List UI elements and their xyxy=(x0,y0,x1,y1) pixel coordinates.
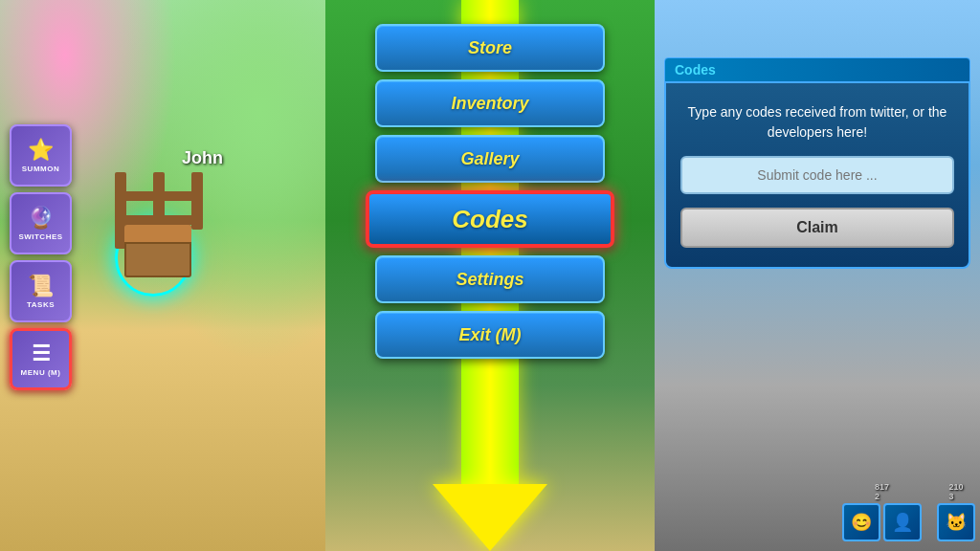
menu-label: MENU (M) xyxy=(21,368,61,377)
store-menu-item[interactable]: Store xyxy=(375,24,605,72)
fence-decoration xyxy=(115,172,249,297)
inv-count-2: 210 3 xyxy=(948,482,963,501)
inventory-section-2: 210 3 🐱 xyxy=(937,482,975,541)
player-name: John xyxy=(182,148,223,168)
inv-slot[interactable]: 😊 xyxy=(842,503,880,541)
summon-icon: ⭐ xyxy=(28,138,54,163)
settings-menu-item[interactable]: Settings xyxy=(375,255,605,303)
inventory-section-1: 817 2 😊 👤 xyxy=(842,482,922,541)
inv-slots-2: 🐱 xyxy=(937,503,975,541)
left-ui-panel: ⭐ SUMMON 🔮 SWITCHES 📜 TASKS ☰ MENU (M) xyxy=(10,124,72,390)
claim-button[interactable]: Claim xyxy=(680,208,954,248)
gallery-menu-item[interactable]: Gallery xyxy=(375,135,605,183)
codes-menu-item[interactable]: Codes xyxy=(366,190,614,248)
menu-buttons-container: Store Inventory Gallery Codes Settings E… xyxy=(325,24,655,359)
switches-label: SWITCHES xyxy=(18,232,62,241)
inv-slots-1: 😊 👤 xyxy=(842,503,922,541)
arrow-head xyxy=(433,484,547,551)
switches-button[interactable]: 🔮 SWITCHES xyxy=(10,192,72,254)
inv-slot[interactable]: 🐱 xyxy=(937,503,975,541)
switches-icon: 🔮 xyxy=(28,206,54,231)
exit-menu-item[interactable]: Exit (M) xyxy=(375,311,605,359)
menu-button[interactable]: ☰ MENU (M) xyxy=(10,328,72,390)
menu-icon: ☰ xyxy=(32,342,51,366)
code-input[interactable] xyxy=(680,156,954,194)
summon-button[interactable]: ⭐ SUMMON xyxy=(10,124,72,187)
left-panel: John ⭐ SUMMON 🔮 SWITCHES 📜 TASKS ☰ MENU … xyxy=(0,0,325,551)
right-panel: Codes Type any codes received from twitt… xyxy=(655,0,980,551)
inv-slot[interactable]: 👤 xyxy=(883,503,922,541)
tasks-button[interactable]: 📜 TASKS xyxy=(10,260,72,322)
tasks-label: TASKS xyxy=(27,300,55,309)
middle-panel: Store Inventory Gallery Codes Settings E… xyxy=(325,0,655,551)
codes-title: Codes xyxy=(675,62,716,77)
codes-title-bar: Codes xyxy=(664,57,970,82)
inv-count-1: 817 2 xyxy=(875,482,889,501)
summon-label: SUMMON xyxy=(22,165,59,173)
codes-description: Type any codes received from twitter, or… xyxy=(680,102,954,143)
codes-modal: Type any codes received from twitter, or… xyxy=(664,81,970,269)
inventory-menu-item[interactable]: Inventory xyxy=(375,79,605,127)
tasks-icon: 📜 xyxy=(28,274,54,298)
inventory-bar: 817 2 😊 👤 210 3 🐱 xyxy=(659,482,975,541)
